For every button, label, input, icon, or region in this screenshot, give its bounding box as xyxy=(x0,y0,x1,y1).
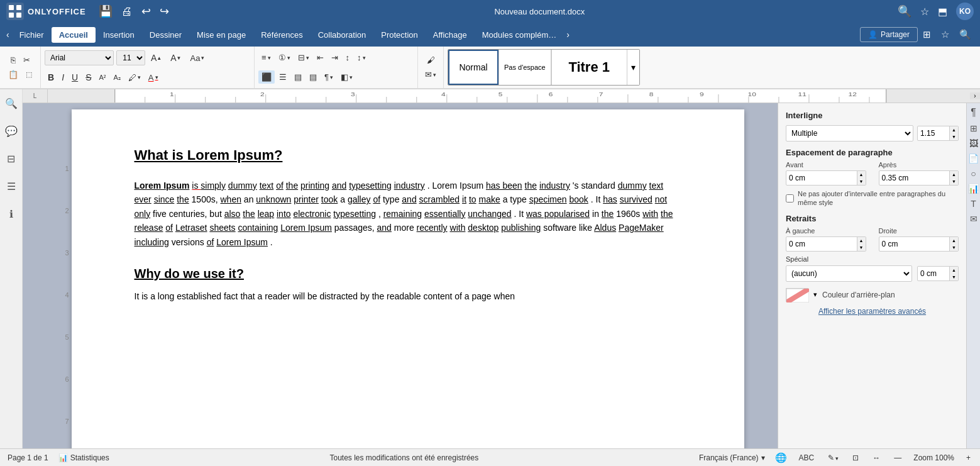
special-type-select[interactable]: (aucun) xyxy=(786,265,912,282)
language-item[interactable]: Français (France) ▾ xyxy=(699,453,765,462)
droite-input[interactable] xyxy=(879,238,950,250)
sidebar-comment-icon[interactable]: 💬 xyxy=(3,122,20,140)
interligne-type-select[interactable]: Multiple xyxy=(786,125,913,141)
strikethrough-button[interactable]: S xyxy=(82,70,94,84)
gauche-up-button[interactable]: ▲ xyxy=(857,237,866,244)
table-right-icon[interactable]: ⊞ xyxy=(970,123,977,133)
format-painter-button[interactable]: 🖌 xyxy=(424,53,438,67)
search-icon[interactable]: 🔍 xyxy=(898,4,911,18)
user-avatar[interactable]: KO xyxy=(956,3,974,20)
font-grow-button[interactable]: A▲ xyxy=(148,51,165,65)
document-page[interactable]: What is Lorem Ipsum? Lorem Ipsum is simp… xyxy=(72,109,744,448)
paste-button[interactable]: 📋 xyxy=(5,68,21,81)
menu-modules[interactable]: Modules complém… xyxy=(475,27,564,43)
italic-button[interactable]: I xyxy=(58,70,67,84)
decrease-indent-button[interactable]: ⇤ xyxy=(314,51,327,64)
zoom-in-button[interactable]: + xyxy=(964,453,972,462)
gauche-down-button[interactable]: ▼ xyxy=(857,244,866,251)
export-icon[interactable]: ⬒ xyxy=(938,6,947,18)
undo-icon[interactable]: ↩ xyxy=(141,4,151,18)
special-value-input[interactable] xyxy=(918,268,949,279)
star-icon[interactable]: ☆ xyxy=(920,6,929,18)
sidebar-track-icon[interactable]: ⊟ xyxy=(3,150,20,167)
color-dropdown-button[interactable]: ▾ xyxy=(813,291,817,299)
bullets-button[interactable]: ≡▾ xyxy=(258,51,274,64)
advanced-settings-link[interactable]: Afficher les paramètres avancés xyxy=(786,307,959,316)
sidebar-info-icon[interactable]: ℹ xyxy=(3,205,20,223)
droite-down-button[interactable]: ▼ xyxy=(949,244,958,251)
line-spacing-button[interactable]: ↕▾ xyxy=(354,51,369,64)
gauche-input[interactable] xyxy=(786,238,857,250)
apres-up-button[interactable]: ▲ xyxy=(949,171,958,178)
mail-right-icon[interactable]: ✉ xyxy=(970,214,977,224)
menu-search-icon[interactable]: 🔍 xyxy=(954,26,976,43)
apres-down-button[interactable]: ▼ xyxy=(949,178,958,185)
font-size-select[interactable]: 11 xyxy=(116,50,145,65)
save-icon[interactable]: 💾 xyxy=(99,4,113,18)
style-normal[interactable]: Normal xyxy=(448,50,498,85)
menu-collaboration[interactable]: Collaboration xyxy=(311,27,374,43)
style-titre1[interactable]: Titre 1 xyxy=(552,50,627,85)
justify-button[interactable]: ▤ xyxy=(306,70,320,84)
cut-button[interactable]: ✂ xyxy=(20,53,33,67)
special-down-button[interactable]: ▼ xyxy=(949,274,958,280)
track-changes-button[interactable]: ✎▾ xyxy=(826,453,840,462)
menu-fichier[interactable]: Fichier xyxy=(12,27,52,43)
menu-dessiner[interactable]: Dessiner xyxy=(142,27,189,43)
spellcheck-button[interactable]: ABC xyxy=(797,453,817,462)
circle-right-icon[interactable]: ○ xyxy=(971,169,976,179)
image-right-icon[interactable]: 🖼 xyxy=(969,138,978,148)
globe-icon[interactable]: 🌐 xyxy=(775,452,787,463)
copy-button[interactable]: ⎘ xyxy=(8,53,19,67)
style-no-space[interactable]: Pas d'espace xyxy=(499,50,551,85)
menu-accueil[interactable]: Accueil xyxy=(52,27,96,43)
outline-button[interactable]: ⊟▾ xyxy=(295,51,312,64)
styles-expand-button[interactable]: ▾ xyxy=(627,50,639,85)
avant-up-button[interactable]: ▲ xyxy=(857,171,866,178)
interligne-up-button[interactable]: ▲ xyxy=(949,126,958,133)
pilcrow-button[interactable]: ¶▾ xyxy=(321,70,336,84)
nav-back[interactable]: ‹ xyxy=(4,26,12,43)
font-shrink-button[interactable]: A▼ xyxy=(167,51,184,65)
redo-icon[interactable]: ↪ xyxy=(160,4,169,18)
statistics-item[interactable]: 📊 Statistiques xyxy=(58,453,109,462)
special-up-button[interactable]: ▲ xyxy=(949,267,958,274)
email-button[interactable]: ✉▾ xyxy=(422,68,439,81)
font-family-select[interactable]: Arial xyxy=(45,50,114,65)
share-button[interactable]: 👤 Partager xyxy=(860,27,918,42)
sidebar-search-icon[interactable]: 🔍 xyxy=(3,94,20,112)
layout-icon[interactable]: ⊞ xyxy=(918,26,936,43)
print-icon[interactable]: 🖨 xyxy=(121,5,133,18)
menu-mise-en-page[interactable]: Mise en page xyxy=(189,27,253,43)
menu-references[interactable]: Références xyxy=(253,27,310,43)
superscript-button[interactable]: A² xyxy=(96,72,109,83)
menu-affichage[interactable]: Affichage xyxy=(426,27,475,43)
font-case-button[interactable]: Aa▾ xyxy=(187,52,208,65)
no-interval-checkbox[interactable] xyxy=(786,194,794,202)
page-right-icon[interactable]: 📄 xyxy=(968,153,979,164)
increase-indent-button[interactable]: ⇥ xyxy=(328,51,341,64)
sidebar-format-icon[interactable]: ☰ xyxy=(3,177,20,195)
ruler-scroll-right[interactable]: › xyxy=(970,92,980,99)
menu-protection[interactable]: Protection xyxy=(373,27,426,43)
nav-forward[interactable]: › xyxy=(564,26,572,43)
align-left-button[interactable]: ⬛ xyxy=(258,70,275,84)
droite-up-button[interactable]: ▲ xyxy=(949,237,958,244)
interligne-down-button[interactable]: ▼ xyxy=(949,133,958,140)
chart-right-icon[interactable]: 📊 xyxy=(968,184,979,194)
shading-button[interactable]: ◧▾ xyxy=(338,70,356,84)
interligne-value-input[interactable] xyxy=(918,128,949,139)
zoom-out-button[interactable]: — xyxy=(892,453,903,462)
select-button[interactable]: ⬚ xyxy=(23,68,35,81)
subscript-button[interactable]: A₂ xyxy=(110,72,123,84)
bookmark-icon[interactable]: ☆ xyxy=(936,26,954,43)
fit-width-button[interactable]: ↔ xyxy=(871,453,882,462)
apres-input[interactable] xyxy=(879,172,950,184)
highlight-button[interactable]: 🖊▾ xyxy=(125,71,144,84)
avant-input[interactable] xyxy=(786,172,857,184)
numbering-button[interactable]: ①▾ xyxy=(275,51,294,64)
bold-button[interactable]: B xyxy=(45,70,57,84)
align-right-button[interactable]: ▤ xyxy=(291,70,305,84)
menu-insertion[interactable]: Insertion xyxy=(96,27,142,43)
font-color-button[interactable]: A▾ xyxy=(145,71,162,84)
